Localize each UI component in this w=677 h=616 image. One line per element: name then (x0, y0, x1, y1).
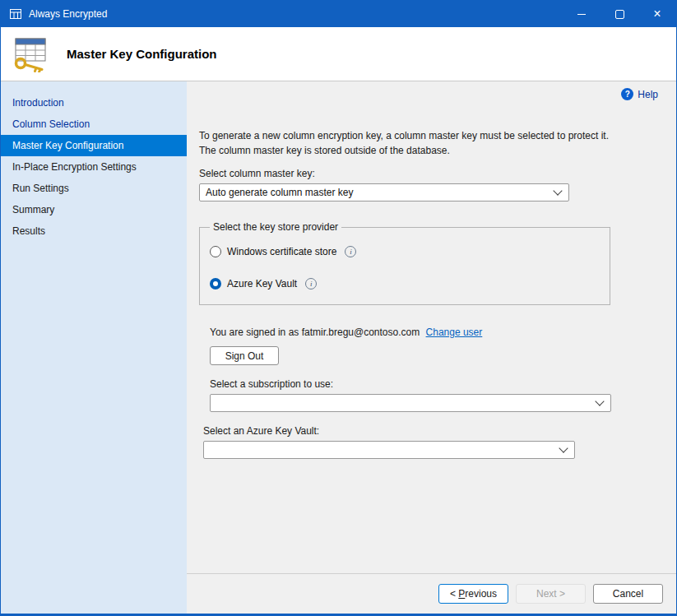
master-key-label: Select column master key: (199, 168, 663, 179)
radio-windows-certificate-store[interactable]: Windows certificate store i (210, 246, 601, 257)
subscription-label: Select a subscription to use: (210, 378, 663, 390)
sidebar-item-column-selection[interactable]: Column Selection (1, 113, 187, 135)
sign-out-button[interactable]: Sign Out (210, 346, 279, 365)
minimize-icon (577, 14, 586, 15)
chevron-down-icon (559, 443, 568, 452)
info-icon[interactable]: i (345, 246, 356, 257)
sidebar-item-introduction[interactable]: Introduction (1, 92, 187, 113)
app-table-icon (9, 7, 22, 21)
wizard-steps-sidebar: Introduction Column Selection Master Key… (1, 81, 187, 614)
maximize-button[interactable] (600, 1, 638, 27)
sidebar-item-summary[interactable]: Summary (1, 199, 187, 220)
key-store-provider-group: Select the key store provider Windows ce… (199, 221, 610, 305)
close-button[interactable]: × (638, 1, 676, 27)
next-button[interactable]: Next > (516, 584, 586, 604)
info-icon[interactable]: i (305, 278, 317, 289)
chevron-down-icon (553, 186, 562, 195)
signed-in-text: You are signed in as fatmir.bregu@contos… (210, 327, 420, 338)
vault-combobox[interactable] (203, 441, 575, 459)
titlebar: Always Encrypted × (1, 1, 676, 27)
page-title: Master Key Configuration (67, 47, 217, 61)
master-key-combobox[interactable]: Auto generate column master key (199, 183, 569, 201)
description-text: To generate a new column encryption key,… (199, 128, 622, 158)
radio-label: Windows certificate store (227, 246, 336, 257)
cancel-button[interactable]: Cancel (593, 584, 663, 604)
main-panel: ? Help To generate a new column encrypti… (187, 81, 676, 573)
sidebar-item-master-key-configuration[interactable]: Master Key Configuration (1, 135, 187, 156)
sidebar-item-in-place-encryption[interactable]: In-Place Encryption Settings (1, 156, 187, 178)
wizard-header: Master Key Configuration (1, 27, 676, 81)
help-label: Help (638, 89, 658, 100)
radio-azure-key-vault[interactable]: Azure Key Vault i (210, 278, 601, 289)
help-icon: ? (621, 88, 633, 100)
table-key-icon (11, 36, 49, 72)
sidebar-item-run-settings[interactable]: Run Settings (1, 178, 187, 199)
master-key-value: Auto generate column master key (206, 187, 353, 198)
radio-icon (210, 246, 221, 257)
previous-button[interactable]: < Previous (438, 584, 508, 604)
content-area: Introduction Column Selection Master Key… (1, 81, 676, 614)
help-link[interactable]: ? Help (621, 88, 658, 100)
radio-icon (210, 278, 221, 289)
change-user-link[interactable]: Change user (426, 327, 483, 338)
maximize-icon (615, 10, 624, 19)
sidebar-item-results[interactable]: Results (1, 220, 187, 242)
always-encrypted-window: Always Encrypted × Master Key Configurat… (0, 0, 677, 616)
window-title: Always Encrypted (29, 8, 107, 20)
footer-bar: < Previous Next > Cancel (187, 573, 676, 614)
signin-row: You are signed in as fatmir.bregu@contos… (210, 327, 663, 338)
subscription-combobox[interactable] (210, 394, 611, 412)
radio-label: Azure Key Vault (227, 278, 297, 289)
minimize-button[interactable] (563, 1, 600, 27)
main-column: ? Help To generate a new column encrypti… (187, 81, 676, 614)
window-controls: × (563, 1, 676, 27)
chevron-down-icon (595, 396, 604, 405)
vault-label: Select an Azure Key Vault: (203, 425, 663, 437)
key-store-provider-legend: Select the key store provider (210, 221, 341, 233)
